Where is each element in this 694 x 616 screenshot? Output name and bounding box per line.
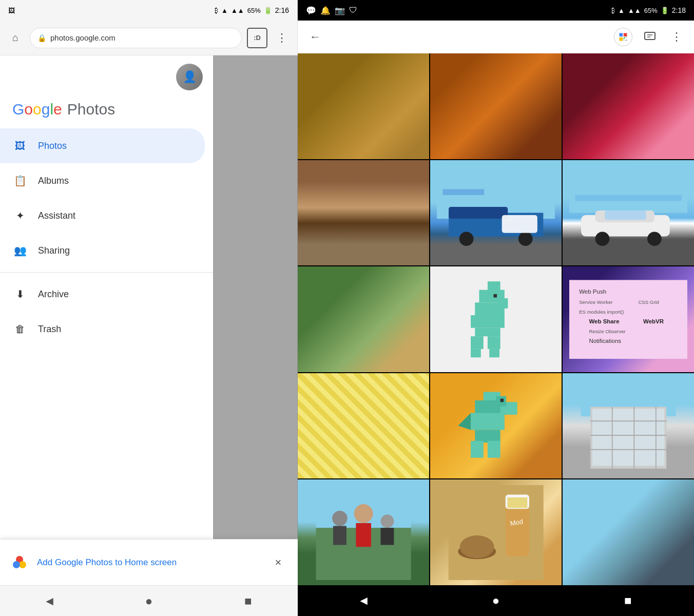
back-button-left[interactable]: ◄ [34, 588, 65, 614]
back-button-right-nav[interactable]: ◄ [349, 588, 379, 613]
photo-cell-people[interactable] [298, 479, 429, 585]
nav-items-list: 🖼 Photos 📋 Albums ✦ Assistant 👥 Sharing … [0, 128, 213, 585]
svg-rect-50 [475, 430, 500, 443]
photo-cell-truck-1[interactable] [430, 160, 562, 266]
albums-nav-label: Albums [38, 176, 69, 186]
g-blue: G [12, 101, 24, 118]
svg-text:+: + [625, 38, 627, 42]
back-arrow-icon: ← [310, 30, 321, 44]
more-options-button[interactable]: ⋮ [665, 26, 688, 48]
nav-item-albums[interactable]: 📋 Albums [0, 163, 213, 198]
sharing-nav-icon: 👥 [12, 243, 28, 258]
address-input[interactable]: 🔒 photos.google.com [30, 28, 242, 48]
photo-cell-drink[interactable] [298, 266, 429, 372]
recents-icon-right: ■ [624, 593, 632, 608]
recents-button-right-nav[interactable]: ■ [612, 588, 643, 613]
albums-nav-icon: 📋 [12, 173, 28, 188]
whatsapp-icon: 💬 [306, 6, 316, 15]
photo-food-2 [430, 53, 562, 159]
home-button-left[interactable]: ● [133, 588, 164, 614]
tab-count-label: :D [254, 34, 261, 42]
photo-cell-dino-pixel[interactable] [430, 266, 562, 372]
car-svg [569, 165, 687, 260]
svg-rect-3 [620, 33, 623, 37]
recents-button-left[interactable]: ■ [233, 588, 263, 614]
photo-cell-top-3[interactable] [563, 53, 694, 159]
status-bar-left: 🖼 ₿ ▲ ▲▲ 65% 🔋 2:16 [0, 0, 297, 21]
url-display: photos.google.com [50, 33, 115, 42]
home-button-right-nav[interactable]: ● [480, 588, 511, 613]
home-icon-right: ● [492, 593, 500, 608]
svg-rect-31 [471, 336, 484, 349]
lock-icon: 🔒 [37, 34, 46, 42]
back-icon-left: ◄ [44, 594, 56, 608]
svg-point-16 [459, 232, 474, 246]
photo-cell-building[interactable] [563, 373, 694, 479]
svg-rect-49 [471, 413, 505, 430]
photo-cell-stripes[interactable] [298, 373, 429, 479]
svg-point-2 [13, 561, 20, 568]
svg-rect-13 [442, 189, 484, 195]
camera-icon: 📷 [335, 6, 345, 15]
avatar-area: 👤 [0, 55, 213, 95]
svg-text:CSS Grid: CSS Grid [638, 299, 659, 304]
photo-food-1 [298, 53, 429, 159]
tech-slide-svg: Web Push Service Worker CSS Grid ES modu… [569, 277, 687, 361]
g-blue2: g [42, 101, 50, 118]
photos-nav-icon: 🖼 [12, 138, 28, 153]
banner-close-button[interactable]: × [269, 553, 287, 572]
svg-marker-56 [458, 413, 471, 430]
3d-dino-svg [444, 383, 549, 468]
nav-item-assistant[interactable]: ✦ Assistant [0, 198, 213, 233]
right-status-right-icons: ₿ ▲ ▲▲ 65% 🔋 2:18 [611, 6, 686, 14]
sharing-nav-label: Sharing [38, 245, 70, 256]
photo-blue-truck [430, 160, 562, 266]
close-icon: × [275, 556, 282, 569]
left-status-icon-image: 🖼 [8, 7, 15, 14]
photos-wordmark: Photos [67, 101, 115, 118]
right-bluetooth-icon: ₿ [611, 7, 615, 14]
pixel-dino-svg [444, 277, 549, 361]
photo-white-car [563, 160, 694, 266]
photo-cell-truck-2[interactable] [563, 160, 694, 266]
browser-more-button[interactable]: ⋮ [273, 29, 291, 47]
photo-cell-food-plate[interactable] [298, 160, 429, 266]
home-button[interactable]: ⌂ [6, 29, 25, 47]
nav-item-photos[interactable]: 🖼 Photos [0, 128, 205, 163]
tab-count-button[interactable]: :D [247, 28, 267, 48]
svg-rect-32 [488, 336, 500, 349]
back-button-right[interactable]: ← [304, 26, 326, 48]
svg-point-72 [380, 514, 394, 528]
user-avatar[interactable]: 👤 [176, 64, 203, 90]
app-toolbar-right: ← + ⋮ [298, 21, 694, 53]
svg-rect-4 [624, 33, 627, 37]
svg-point-25 [647, 232, 662, 246]
avatar-image: 👤 [176, 64, 203, 90]
people-svg [304, 485, 422, 580]
photo-cell-top-2[interactable] [430, 53, 562, 159]
svg-text:Notifications: Notifications [589, 338, 621, 344]
trash-nav-icon: 🗑 [12, 321, 28, 337]
beer-food-svg: Mod [437, 485, 555, 580]
nav-item-archive[interactable]: ⬇ Archive [0, 277, 213, 312]
photo-cell-extra[interactable] [563, 479, 694, 585]
svg-text:ES modules import(): ES modules import() [579, 309, 624, 314]
svg-rect-59 [592, 409, 665, 466]
svg-rect-34 [489, 349, 499, 357]
photo-cell-dino-yellow[interactable] [430, 373, 562, 479]
chat-button[interactable] [639, 26, 661, 48]
building-svg [569, 378, 687, 473]
nav-item-sharing[interactable]: 👥 Sharing [0, 233, 213, 268]
right-wifi-icon: ▲ [618, 7, 625, 14]
archive-nav-label: Archive [38, 289, 69, 300]
svg-point-24 [595, 232, 609, 246]
notification-icon: 🔔 [320, 6, 331, 15]
photo-yellow-stripes [298, 373, 429, 479]
photo-cell-tech-slide[interactable]: Web Push Service Worker CSS Grid ES modu… [563, 266, 694, 372]
recents-icon-left: ■ [244, 594, 252, 608]
nav-item-trash[interactable]: 🗑 Trash [0, 312, 213, 346]
svg-text:Service Worker: Service Worker [579, 299, 613, 304]
photo-cell-top-1[interactable] [298, 53, 429, 159]
svg-rect-37 [493, 294, 497, 298]
photo-cell-beer[interactable]: Mod [430, 479, 562, 585]
